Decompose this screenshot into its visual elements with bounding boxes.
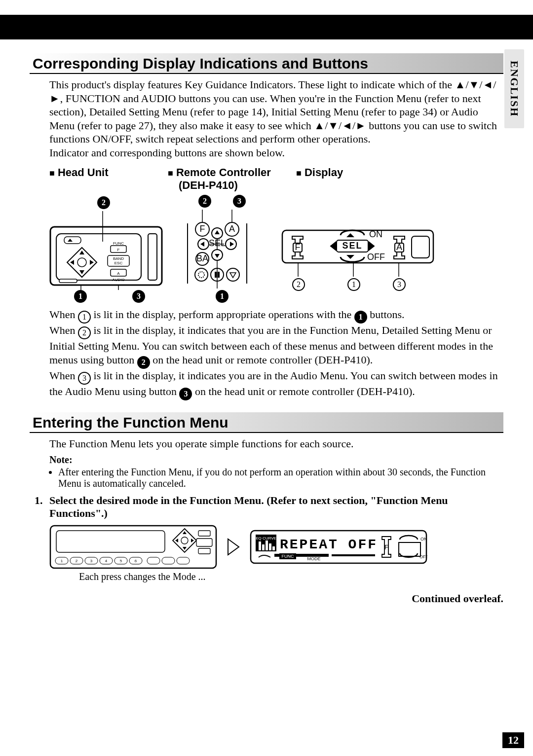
inline-circ-1-black: 1 <box>354 311 367 324</box>
svg-text:BA: BA <box>196 253 208 263</box>
display-svg: F ON SEL OFF <box>281 208 434 277</box>
callout-1-open: 1 <box>347 278 360 291</box>
subhead-display: ■Display <box>296 166 503 192</box>
svg-text:OFF: OFF <box>419 554 427 559</box>
subhead-remote: ■Remote Controller (DEH-P410) <box>168 166 296 192</box>
callout-1-black: 1 <box>74 290 87 303</box>
svg-rect-100 <box>266 540 268 550</box>
svg-text:AUDIO: AUDIO <box>112 278 124 282</box>
section1-title: Corresponding Display Indications and Bu… <box>33 55 500 72</box>
svg-text:BAND: BAND <box>113 256 124 261</box>
subhead-head-unit: ■Head Unit <box>49 166 168 192</box>
step1-illustration: 1 2 3 4 5 6 EQ CURVE REPEAT OFF <box>49 525 503 569</box>
callout-2-black: 2 <box>198 195 211 208</box>
diagram-subheads: ■Head Unit ■Remote Controller (DEH-P410)… <box>49 166 503 192</box>
svg-rect-98 <box>259 541 261 550</box>
step-1: 1. Select the desired mode in the Functi… <box>35 494 503 520</box>
svg-rect-99 <box>262 544 265 550</box>
svg-rect-2 <box>64 237 81 244</box>
display-mini-svg: EQ CURVE REPEAT OFF FUNC MODE F ON OFF <box>250 530 427 564</box>
svg-rect-77 <box>196 539 212 546</box>
svg-point-71 <box>181 537 188 544</box>
step-number: 1. <box>35 494 49 520</box>
section1-para: This product's display features Key Guid… <box>49 78 503 159</box>
callout-1-black: 1 <box>216 290 228 303</box>
svg-text:A: A <box>396 242 402 252</box>
display-diagram: F ON SEL OFF <box>281 208 434 291</box>
svg-text:F: F <box>384 543 388 551</box>
svg-text:ESC: ESC <box>114 261 123 265</box>
svg-point-42 <box>195 268 208 281</box>
remote-diagram: 2 3 F A SEL <box>168 195 276 303</box>
svg-rect-46 <box>218 272 220 278</box>
diagram-row: 2 FUNC <box>49 195 503 303</box>
callout-3-open: 3 <box>393 278 406 291</box>
svg-text:FUNC: FUNC <box>282 554 294 559</box>
manual-page: ENGLISH Corresponding Display Indication… <box>0 0 533 756</box>
step1-caption: Each press changes the Mode ... <box>79 571 503 582</box>
language-tab: ENGLISH <box>504 49 524 128</box>
bullet-square-icon: ■ <box>168 168 173 178</box>
svg-rect-69 <box>56 531 165 552</box>
header-bar <box>0 15 533 39</box>
svg-rect-45 <box>215 272 217 278</box>
svg-text:SEL: SEL <box>342 241 362 251</box>
svg-point-4 <box>77 258 86 267</box>
section2-title: Entering the Function Menu <box>33 414 500 431</box>
svg-text:ON: ON <box>369 229 382 239</box>
svg-text:F: F <box>117 248 120 252</box>
arrow-right-icon <box>226 537 241 557</box>
svg-text:ON: ON <box>420 537 427 541</box>
svg-rect-101 <box>269 543 271 550</box>
callout-2-black: 2 <box>97 196 110 209</box>
svg-rect-93 <box>177 557 190 564</box>
inline-circ-2: 2 <box>78 326 91 339</box>
inline-circ-2-black: 2 <box>137 356 150 369</box>
step-text: Select the desired mode in the Function … <box>49 494 503 520</box>
svg-text:EQ CURVE: EQ CURVE <box>256 536 276 540</box>
bullet-square-icon: ■ <box>296 168 302 178</box>
head-unit-diagram: 2 FUNC <box>49 195 168 303</box>
callout-3-black: 3 <box>233 195 246 208</box>
svg-rect-18 <box>59 279 77 283</box>
svg-text:2: 2 <box>76 559 78 563</box>
inline-circ-3-black: 3 <box>179 388 192 400</box>
note-item: After entering the Function Menu, if you… <box>58 467 503 489</box>
svg-text:MODE: MODE <box>307 556 321 561</box>
svg-rect-91 <box>147 557 160 564</box>
svg-text:F: F <box>200 224 205 234</box>
svg-text:A: A <box>117 271 120 276</box>
section2-intro: The Function Menu lets you operate simpl… <box>49 437 503 451</box>
page-number: 12 <box>502 732 524 748</box>
continued-overleaf: Continued overleaf. <box>0 592 503 605</box>
svg-rect-76 <box>198 531 210 536</box>
section2-title-bar: Entering the Function Menu <box>30 412 503 433</box>
inline-circ-1: 1 <box>78 311 91 324</box>
note-block: Note: After entering the Function Menu, … <box>49 454 503 489</box>
svg-rect-92 <box>162 557 175 564</box>
svg-text:REPEAT  OFF: REPEAT OFF <box>280 537 378 552</box>
note-label: Note: <box>49 454 503 466</box>
svg-text:6: 6 <box>135 559 137 563</box>
svg-text:1: 1 <box>61 559 63 563</box>
head-unit-svg: FUNC F BAND ESC A AUDIO <box>49 211 163 290</box>
language-label: ENGLISH <box>508 61 521 117</box>
inline-circ-3: 3 <box>78 372 91 385</box>
svg-rect-102 <box>272 546 275 550</box>
svg-text:3: 3 <box>90 559 93 563</box>
svg-marker-94 <box>228 539 239 555</box>
remote-svg: F A SEL BA <box>168 210 266 288</box>
svg-text:F: F <box>295 242 301 252</box>
callout-2-open: 2 <box>292 278 305 291</box>
svg-text:OFF: OFF <box>367 252 385 262</box>
svg-rect-78 <box>198 548 210 554</box>
section1-explain: When 1 is lit in the display, perform ap… <box>49 308 503 400</box>
callout-3-black: 3 <box>132 290 145 303</box>
head-unit-mini-svg: 1 2 3 4 5 6 <box>49 525 217 569</box>
svg-text:5: 5 <box>120 559 122 563</box>
svg-rect-19 <box>148 234 157 280</box>
svg-text:FUNC: FUNC <box>113 241 124 246</box>
svg-text:4: 4 <box>105 559 108 563</box>
svg-point-47 <box>227 268 239 281</box>
svg-text:A: A <box>229 224 235 234</box>
